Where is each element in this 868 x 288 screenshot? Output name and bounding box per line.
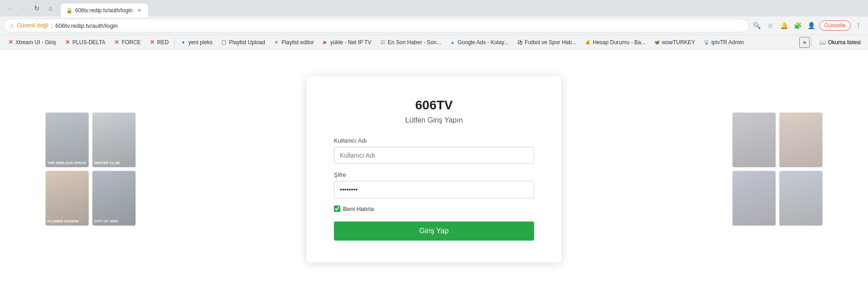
url-text: 606tv.redip.tv/auth/login <box>56 22 743 29</box>
star-icon-btn[interactable]: ☆ <box>765 20 777 31</box>
bookmark-wow-label: wowTURKEY <box>662 39 695 46</box>
bookmark-iptv-label: iptvTR Admin <box>712 39 744 46</box>
card-title: CITY OF SINS <box>94 219 118 224</box>
username-input[interactable] <box>334 147 534 164</box>
yukle-favicon: ▶ <box>322 39 328 46</box>
iptv-favicon: 📡 <box>703 39 710 46</box>
card-inner <box>732 113 776 167</box>
page-content: THE ENDLESS SPACE FLOWER WOMAN WINTER CL… <box>0 50 868 288</box>
active-tab[interactable]: 🔒 606tv.redip.tv/auth/login ✕ <box>60 3 149 17</box>
search-icon-btn[interactable]: 🔍 <box>751 20 763 31</box>
card-col-left-1: THE ENDLESS SPACE FLOWER WOMAN <box>45 113 89 226</box>
bookmark-playlist-upload-label: Playlist Upload <box>229 39 265 46</box>
bookmark-google-ads[interactable]: ▲ Google Ads - Kolay... <box>446 38 512 47</box>
card-right-2 <box>779 113 823 167</box>
bookmark-en-son-label: En Son Haber - Son... <box>388 39 441 46</box>
card-inner <box>732 171 776 226</box>
bookmark-red-label: RED <box>157 39 169 46</box>
bookmark-hesap[interactable]: 💰 Hesap Durumu - Ba... <box>581 38 649 47</box>
bookmark-hesap-label: Hesap Durumu - Ba... <box>593 39 646 46</box>
bookmark-yukle[interactable]: ▶ yükle - Net IP TV <box>318 38 375 47</box>
force-favicon: ✕ <box>114 39 120 46</box>
page-title: 606TV <box>334 98 534 113</box>
security-icon: ⚠ <box>10 23 14 29</box>
bookmarks-bar: ✕ Xtream UI - Giriş ✕ PLUS-DELTA ✕ FORCE… <box>0 35 868 49</box>
menu-icon-btn[interactable]: ⋮ <box>853 20 864 31</box>
card-title: THE ENDLESS SPACE <box>47 161 86 165</box>
playlist-upload-favicon: 📋 <box>221 39 227 46</box>
remember-row: Beni Hatırla <box>334 206 534 212</box>
login-button[interactable]: Giriş Yap <box>334 221 534 241</box>
bookmark-separator-1 <box>174 38 175 46</box>
card-inner: THE ENDLESS SPACE <box>45 113 89 167</box>
bookmark-xtream-label: Xtream UI - Giriş <box>15 39 56 46</box>
bookmark-separator-2 <box>812 38 812 46</box>
tab-bar: ← → ↻ ⌂ 🔒 606tv.redip.tv/auth/login ✕ <box>0 0 868 16</box>
password-label: Şifre <box>334 171 534 178</box>
card-title: WINTER CLUB <box>94 161 120 165</box>
bookmark-en-son[interactable]: 📰 En Son Haber - Son... <box>376 38 444 47</box>
card-endless-space: THE ENDLESS SPACE <box>45 113 89 167</box>
username-label: Kullanıcı Adı <box>334 137 534 144</box>
url-separator: | <box>51 22 52 29</box>
card-inner <box>779 113 823 167</box>
card-city-sins: CITY OF SINS <box>92 171 136 226</box>
security-label: Güvenli değil <box>17 22 48 29</box>
password-input[interactable] <box>334 181 534 198</box>
card-right-1 <box>732 113 776 167</box>
google-ads-favicon: ▲ <box>449 39 456 46</box>
address-bar-icons: 🔍 ☆ 🔔 🧩 👤 Güncelle ⋮ <box>751 20 864 31</box>
red-favicon: ✕ <box>149 39 156 46</box>
background-cards-right <box>732 50 823 288</box>
refresh-button[interactable]: ↻ <box>31 2 43 14</box>
alert-icon-btn[interactable]: 🔔 <box>778 20 790 31</box>
reading-list-button[interactable]: 📖 Okuma listesi <box>816 38 864 47</box>
card-flower-woman: FLOWER WOMAN <box>45 171 89 226</box>
bookmark-wow[interactable]: 🦋 wowTURKEY <box>650 38 699 47</box>
card-inner: WINTER CLUB <box>92 113 136 167</box>
bookmark-yukle-label: yükle - Net IP TV <box>330 39 371 46</box>
tab-close-button[interactable]: ✕ <box>136 7 143 14</box>
reading-list-label: Okuma listesi <box>828 39 861 46</box>
bookmark-playlist-editor[interactable]: ≡ Playlist editor <box>270 38 318 47</box>
playlist-editor-favicon: ≡ <box>273 39 280 46</box>
bookmark-red[interactable]: ✕ RED <box>146 38 172 47</box>
back-button[interactable]: ← <box>4 2 15 14</box>
tab-title: 606tv.redip.tv/auth/login <box>75 7 133 14</box>
bookmark-plus-delta[interactable]: ✕ PLUS-DELTA <box>61 38 109 47</box>
login-card: 606TV Lütfen Giriş Yapın Kullanıcı Adı Ş… <box>307 76 561 262</box>
remember-checkbox[interactable] <box>334 206 340 212</box>
reading-list-icon: 📖 <box>819 39 826 46</box>
page-subtitle: Lütfen Giriş Yapın <box>334 116 534 124</box>
card-right-4 <box>779 171 823 226</box>
card-right-3 <box>732 171 776 226</box>
address-bar-row: ⚠ Güvenli değil | 606tv.redip.tv/auth/lo… <box>0 16 868 35</box>
wow-favicon: 🦋 <box>654 39 660 46</box>
bookmark-playlist-upload[interactable]: 📋 Playlist Upload <box>217 38 268 47</box>
bookmark-iptv[interactable]: 📡 iptvTR Admin <box>700 38 747 47</box>
bookmark-plus-delta-label: PLUS-DELTA <box>72 39 105 46</box>
bookmark-yeni-pleks[interactable]: ● yeni pleks <box>177 38 216 47</box>
bookmark-futbol-label: Futbol ve Spor Hab... <box>525 39 576 46</box>
card-title: FLOWER WOMAN <box>47 219 79 224</box>
bookmark-force[interactable]: ✕ FORCE <box>110 38 145 47</box>
bookmark-xtream[interactable]: ✕ Xtream UI - Giriş <box>4 38 60 47</box>
password-group: Şifre <box>334 171 534 198</box>
update-button[interactable]: Güncelle <box>819 21 851 31</box>
extension-icon-btn[interactable]: 🧩 <box>792 20 804 31</box>
hesap-favicon: 💰 <box>585 39 591 46</box>
bookmark-futbol[interactable]: ⚽ Futbol ve Spor Hab... <box>513 38 580 47</box>
plus-delta-favicon: ✕ <box>64 39 71 46</box>
remember-label: Beni Hatırla <box>343 206 374 212</box>
card-inner: FLOWER WOMAN <box>45 171 89 226</box>
xtream-favicon: ✕ <box>7 39 14 46</box>
username-group: Kullanıcı Adı <box>334 137 534 164</box>
background-cards-left: THE ENDLESS SPACE FLOWER WOMAN WINTER CL… <box>45 50 136 288</box>
bookmark-force-label: FORCE <box>122 39 141 46</box>
address-bar[interactable]: ⚠ Güvenli değil | 606tv.redip.tv/auth/lo… <box>4 19 749 32</box>
card-col-right-2 <box>779 113 823 226</box>
home-button[interactable]: ⌂ <box>45 2 56 14</box>
profile-icon-btn[interactable]: 👤 <box>806 20 818 31</box>
forward-button[interactable]: → <box>17 2 29 14</box>
bookmarks-more-button[interactable]: » <box>799 37 810 48</box>
